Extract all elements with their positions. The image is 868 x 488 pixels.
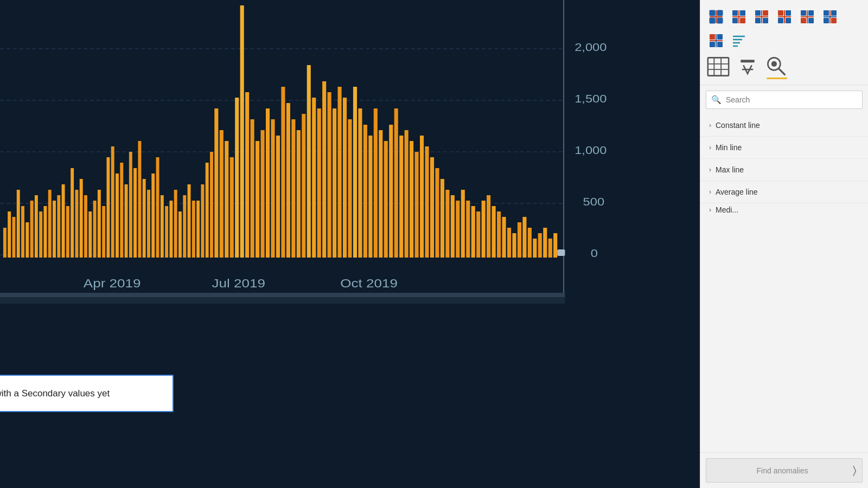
icon-row-top — [706, 7, 863, 27]
average-line-label: Average line — [716, 188, 758, 196]
svg-rect-24 — [39, 211, 42, 258]
search-icon: 🔍 — [711, 95, 722, 105]
search-container: 🔍 — [706, 91, 863, 109]
svg-rect-103 — [420, 136, 424, 258]
svg-rect-158 — [801, 18, 806, 23]
svg-rect-116 — [487, 195, 490, 258]
svg-text:1,000: 1,000 — [575, 144, 607, 157]
svg-rect-156 — [801, 10, 806, 16]
svg-rect-138 — [732, 10, 738, 16]
svg-rect-15 — [0, 293, 565, 297]
svg-text:1,500: 1,500 — [575, 93, 607, 105]
svg-rect-23 — [35, 195, 38, 258]
svg-rect-32 — [75, 190, 78, 258]
search-input[interactable] — [706, 91, 863, 109]
min-line-item[interactable]: › Min line — [700, 137, 868, 159]
svg-rect-159 — [808, 18, 814, 23]
svg-rect-78 — [291, 119, 295, 258]
svg-rect-94 — [374, 108, 378, 258]
svg-rect-70 — [251, 119, 254, 258]
svg-rect-117 — [492, 206, 496, 258]
svg-rect-102 — [415, 152, 419, 258]
svg-rect-105 — [430, 157, 434, 258]
svg-rect-128 — [548, 239, 552, 258]
svg-rect-65 — [225, 141, 228, 258]
svg-rect-118 — [497, 211, 501, 258]
svg-rect-144 — [755, 10, 761, 16]
svg-rect-58 — [192, 201, 195, 258]
svg-rect-74 — [271, 119, 275, 258]
svg-rect-152 — [778, 18, 783, 23]
find-anomalies-button[interactable]: Find anomalies 〉 — [706, 458, 863, 483]
svg-rect-95 — [379, 130, 382, 258]
svg-rect-36 — [93, 201, 97, 258]
svg-rect-146 — [755, 18, 761, 23]
svg-rect-113 — [471, 206, 475, 258]
average-line-item[interactable]: › Average line — [700, 181, 868, 203]
svg-rect-147 — [763, 18, 768, 23]
svg-rect-110 — [456, 201, 459, 258]
filter-lines-icon[interactable] — [729, 30, 749, 51]
constant-line-label: Constant line — [716, 121, 760, 130]
svg-rect-92 — [363, 125, 367, 258]
svg-rect-98 — [394, 108, 398, 258]
svg-rect-104 — [425, 146, 429, 258]
svg-rect-125 — [533, 239, 537, 258]
svg-rect-33 — [80, 179, 83, 258]
svg-rect-68 — [240, 5, 244, 258]
svg-rect-17 — [8, 211, 11, 258]
svg-rect-84 — [322, 81, 326, 258]
svg-rect-82 — [312, 98, 316, 258]
svg-rect-129 — [553, 233, 557, 258]
svg-rect-134 — [710, 18, 715, 23]
visual-icon-5[interactable] — [797, 7, 818, 27]
svg-rect-109 — [451, 195, 455, 258]
svg-rect-43 — [125, 184, 128, 258]
visual-icon-3[interactable] — [751, 7, 772, 27]
grid-small-icon[interactable] — [706, 30, 726, 51]
svg-rect-20 — [21, 206, 24, 258]
svg-rect-38 — [102, 206, 105, 258]
visual-icon-2[interactable] — [729, 7, 749, 27]
svg-rect-51 — [161, 195, 164, 258]
analytics-tab[interactable] — [764, 54, 789, 79]
svg-rect-29 — [62, 184, 65, 258]
svg-rect-139 — [740, 10, 745, 16]
constant-line-item[interactable]: › Constant line — [700, 114, 868, 137]
format-tab[interactable] — [735, 54, 760, 79]
median-line-item-partial[interactable]: › Medi... — [700, 203, 868, 216]
icon-toolbar — [700, 0, 868, 85]
svg-rect-22 — [30, 201, 34, 258]
svg-rect-81 — [307, 65, 311, 258]
svg-rect-56 — [183, 195, 186, 258]
visual-icon-1[interactable] — [706, 7, 726, 27]
svg-rect-151 — [786, 10, 791, 16]
table-tab[interactable] — [706, 54, 731, 79]
svg-rect-37 — [98, 190, 101, 258]
visual-icon-4[interactable] — [774, 7, 795, 27]
svg-rect-127 — [543, 228, 547, 258]
svg-rect-73 — [266, 108, 270, 258]
svg-rect-50 — [156, 157, 159, 258]
cursor-icon: 〉 — [853, 464, 857, 477]
svg-rect-162 — [824, 10, 829, 16]
svg-rect-93 — [368, 136, 372, 258]
svg-rect-115 — [482, 201, 486, 258]
max-line-item[interactable]: › Max line — [700, 159, 868, 181]
svg-rect-61 — [206, 163, 209, 258]
svg-rect-79 — [297, 130, 301, 258]
chevron-icon: › — [709, 206, 711, 214]
svg-text:2,000: 2,000 — [575, 41, 607, 54]
svg-rect-183 — [741, 60, 755, 62]
max-line-label: Max line — [716, 165, 744, 174]
visual-icon-6[interactable] — [820, 7, 840, 27]
svg-rect-40 — [111, 146, 114, 258]
svg-rect-35 — [88, 211, 92, 258]
svg-rect-91 — [358, 108, 362, 258]
svg-rect-30 — [66, 206, 69, 258]
svg-rect-111 — [461, 190, 465, 258]
svg-rect-97 — [389, 125, 393, 258]
svg-rect-77 — [286, 103, 290, 258]
svg-rect-42 — [120, 163, 123, 258]
svg-rect-66 — [230, 157, 234, 258]
